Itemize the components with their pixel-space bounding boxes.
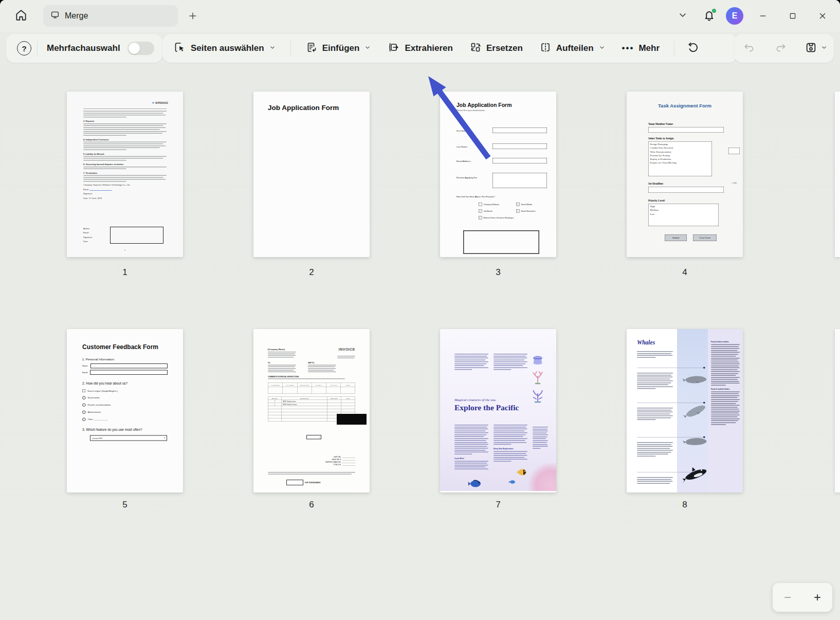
superace-logo-icon: ✕ — [152, 101, 154, 105]
zoom-in-button[interactable]: + — [807, 587, 828, 608]
blue-whale-illustration — [681, 373, 708, 387]
redo-button[interactable] — [771, 38, 791, 59]
help-button[interactable]: ? — [15, 40, 33, 57]
form-title: Task Assignment Form — [627, 103, 743, 108]
select-pages-icon — [174, 41, 186, 56]
split-button[interactable]: Aufteilen — [533, 38, 612, 59]
page-preview-content: ✕SUPERACE 3. Payment 4. Independent Cont… — [67, 92, 183, 257]
undo-button[interactable] — [739, 38, 759, 59]
page-preview-content: Job Application Form — [253, 92, 370, 257]
new-tab-button[interactable] — [186, 9, 199, 23]
pink-coral-reef-image — [527, 463, 556, 491]
magazine-title: Explore the Pacific — [454, 403, 519, 412]
multiselect-toggle[interactable] — [127, 42, 154, 55]
save-button[interactable] — [802, 38, 830, 59]
tab-merge[interactable]: Merge — [43, 5, 178, 27]
zoom-out-button[interactable]: − — [777, 587, 798, 608]
page-thumbnail-5[interactable]: Customer Feedback Form 1. Personal Infor… — [67, 329, 183, 493]
more-button[interactable]: ••• Mehr — [616, 38, 666, 59]
page-thumbnail-6[interactable]: [Company Name] INVOICE TO: SHIP TO: COMM… — [253, 329, 370, 493]
split-label: Aufteilen — [556, 43, 594, 53]
clear-form-button-preview: Clear Form — [693, 234, 717, 241]
app-window: Merge E — [0, 0, 840, 620]
section-heading: 6. Governing law and disputes resolution — [83, 163, 167, 166]
minimize-button[interactable] — [753, 8, 773, 24]
toolbar: ? Mehrfachauswahl Seiten auswählen — [0, 33, 840, 64]
page-number: 1 — [67, 267, 183, 278]
section-heading: 4. Independent Contractor — [83, 138, 167, 141]
save-icon — [805, 41, 817, 56]
home-button[interactable] — [10, 6, 32, 26]
purple-coral-image — [531, 389, 545, 404]
section-heading: 3. Payment — [83, 120, 167, 122]
page-thumbnail-2[interactable]: Job Application Form — [253, 92, 370, 257]
toolbar-collapse-button[interactable] — [672, 6, 693, 26]
insert-button[interactable]: Einfügen — [299, 38, 378, 59]
multiselect-label: Mehrfachauswahl — [47, 43, 120, 53]
jellyfish-image — [531, 353, 545, 368]
task-list: Design HomepageConduct User ResearchWrit… — [649, 142, 712, 166]
toggle-knob — [129, 43, 140, 54]
mini-field — [728, 148, 740, 154]
butterflyfish-image — [517, 468, 528, 478]
chevron-down-icon — [678, 10, 688, 22]
magazine-heading: Coral Reef — [454, 457, 488, 460]
page-number: 2 — [253, 267, 370, 278]
thanks-text: FOR YOUR BUSINESS! — [305, 482, 321, 483]
notifications-button[interactable] — [702, 9, 717, 23]
form-subtitle: Please fill in your details below. — [456, 110, 556, 112]
select-pages-button[interactable]: Seiten auswählen — [168, 38, 282, 59]
form-title: Job Application Form — [268, 104, 355, 112]
avatar[interactable]: E — [726, 7, 743, 25]
page-preview-content: Job Application Form Please fill in your… — [440, 92, 556, 257]
page-thumbnail-1[interactable]: ✕SUPERACE 3. Payment 4. Independent Cont… — [67, 92, 183, 257]
sperm-whale-illustration — [681, 434, 708, 449]
revert-button[interactable] — [683, 38, 703, 59]
extract-button[interactable]: Extrahieren — [381, 38, 459, 59]
page-thumbnail-8[interactable]: Food of baleen whales Food of toothed wh… — [627, 329, 743, 493]
page-preview-content: Magical creatures of the sea. Explore th… — [440, 329, 556, 491]
divider — [290, 41, 291, 56]
more-label: Mehr — [638, 43, 660, 53]
superace-logo: ✕SUPERACE — [152, 101, 168, 105]
whales-heading: Food of toothed whales — [711, 388, 740, 390]
close-button[interactable] — [812, 8, 833, 24]
help-icon: ? — [17, 41, 31, 56]
page-preview-content: Food of baleen whales Food of toothed wh… — [627, 329, 743, 493]
page-thumbnail-7[interactable]: Magical creatures of the sea. Explore th… — [440, 329, 556, 493]
page-thumbnail-4[interactable]: Task Assignment Form Team Member Name: S… — [627, 92, 743, 257]
insert-label: Einfügen — [322, 43, 360, 53]
chevron-down-icon — [598, 44, 606, 53]
undo-icon — [743, 41, 755, 56]
tab-label: Merge — [65, 11, 88, 21]
more-dots-icon: ••• — [622, 43, 634, 53]
signature-box — [110, 227, 163, 244]
merge-tab-monitor-icon — [50, 10, 60, 22]
email-link: ___________________ — [89, 188, 112, 191]
page-footer-number: 1 — [67, 249, 183, 251]
notification-dot — [712, 9, 716, 13]
magazine-heading: Deep Sea Exploration — [494, 447, 527, 450]
select-pages-label: Seiten auswählen — [191, 43, 264, 53]
high-checkbox-label: ☐ High — [732, 182, 737, 184]
page-number: 8 — [627, 500, 743, 510]
page-thumbnail-3[interactable]: Job Application Form Please fill in your… — [440, 92, 556, 257]
comments-box — [463, 230, 539, 254]
invoice-title: INVOICE — [339, 347, 355, 351]
replace-label: Ersetzen — [486, 43, 523, 53]
home-icon — [14, 8, 28, 24]
whales-title: Whales — [637, 339, 655, 346]
maximize-button[interactable] — [782, 8, 803, 24]
replace-button[interactable]: Ersetzen — [463, 38, 529, 59]
page-number: 6 — [253, 500, 370, 510]
page-grid-canvas: ✕SUPERACE 3. Payment 4. Independent Cont… — [0, 64, 840, 620]
page-number: 5 — [67, 500, 183, 510]
chevron-down-icon — [364, 44, 371, 53]
partial-page-thumbnail[interactable] — [835, 92, 840, 257]
toolbar-right-group — [734, 34, 834, 63]
humpback-whale-illustration — [681, 402, 708, 421]
partial-page-thumbnail[interactable] — [835, 329, 840, 493]
form-question: How Did You Hear About This Position? — [456, 195, 495, 198]
submit-button-preview: Submit — [665, 234, 687, 241]
orca-illustration — [681, 465, 709, 484]
